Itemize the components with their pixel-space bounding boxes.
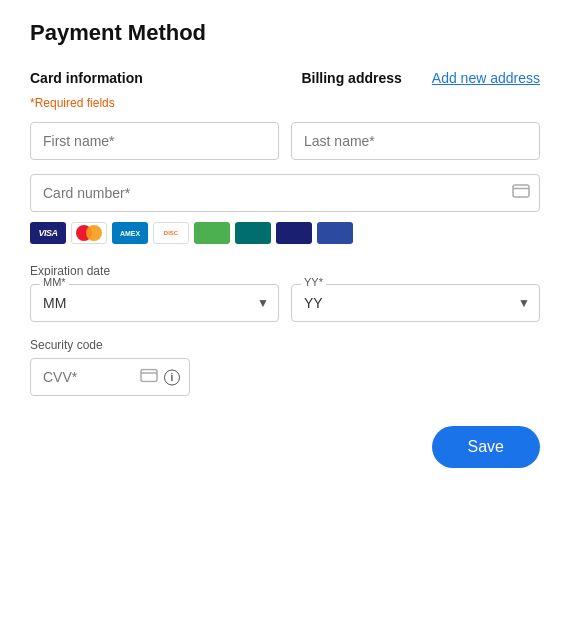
cvv-info-icon[interactable]: i [164, 369, 180, 385]
expiration-section: Expiration date MM* MM 010203 040506 070… [30, 264, 540, 322]
green-card-logo [194, 222, 230, 244]
svg-rect-0 [513, 185, 529, 197]
year-select[interactable]: YY 242526 272829 303132 [291, 284, 540, 322]
month-select[interactable]: MM 010203 040506 070809 101112 [30, 284, 279, 322]
month-select-wrap: MM* MM 010203 040506 070809 101112 ▼ [30, 284, 279, 322]
amex-logo: AMEX [112, 222, 148, 244]
billing-address-title: Billing address [301, 70, 401, 86]
dark1-card-logo [276, 222, 312, 244]
page-title: Payment Method [30, 20, 540, 46]
save-button[interactable]: Save [432, 426, 540, 468]
mastercard-logo [71, 222, 107, 244]
card-logos-row: VISA AMEX DISC [30, 222, 540, 244]
add-new-address-link[interactable]: Add new address [432, 70, 540, 86]
security-section: Security code i [30, 338, 540, 396]
card-number-icon [512, 184, 530, 202]
card-number-wrap [30, 174, 540, 212]
save-button-wrap: Save [30, 426, 540, 468]
svg-rect-4 [141, 370, 157, 382]
section-header: Card information Billing address Add new… [30, 70, 540, 86]
last-name-input[interactable] [291, 122, 540, 160]
expiration-label: Expiration date [30, 264, 540, 278]
card-number-input[interactable] [30, 174, 540, 212]
cvv-icons: i [140, 369, 180, 386]
discover-logo: DISC [153, 222, 189, 244]
year-select-wrap: YY* YY 242526 272829 303132 ▼ [291, 284, 540, 322]
required-fields-label: *Required fields [30, 96, 540, 110]
last-name-wrap [291, 122, 540, 160]
yy-label: YY* [301, 276, 326, 288]
card-info-title: Card information [30, 70, 301, 86]
security-label: Security code [30, 338, 540, 352]
cvv-wrap: i [30, 358, 190, 396]
name-row [30, 122, 540, 160]
dark2-card-logo [317, 222, 353, 244]
teal-card-logo [235, 222, 271, 244]
svg-point-3 [86, 225, 102, 241]
visa-logo: VISA [30, 222, 66, 244]
first-name-wrap [30, 122, 279, 160]
cvv-card-icon [140, 369, 158, 386]
first-name-input[interactable] [30, 122, 279, 160]
expiry-row: MM* MM 010203 040506 070809 101112 ▼ YY*… [30, 284, 540, 322]
mm-label: MM* [40, 276, 69, 288]
